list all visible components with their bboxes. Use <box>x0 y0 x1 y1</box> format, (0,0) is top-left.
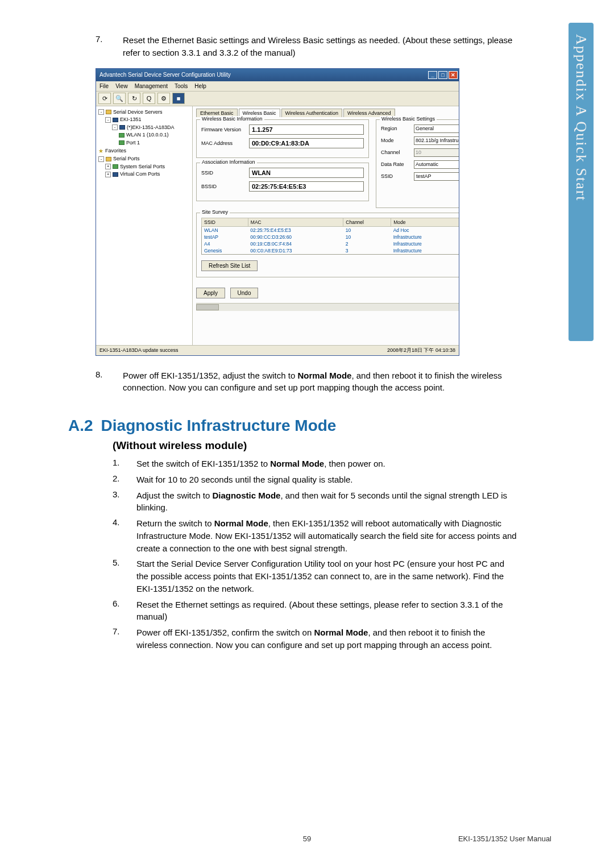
th-mode[interactable]: Mode <box>391 218 459 226</box>
table-row[interactable]: Genesis00:C0:A8:E9:D1:733Infrastructure-… <box>202 247 459 255</box>
collapse-icon[interactable]: - <box>112 124 118 130</box>
mode-label: Mode <box>381 138 410 143</box>
table-cell: 2 <box>343 240 391 247</box>
wbs-ssid-label: SSID <box>381 173 410 179</box>
wbs-ssid-input[interactable] <box>414 172 459 181</box>
page-number: 59 <box>303 834 311 843</box>
close-button[interactable]: ✕ <box>449 71 458 79</box>
device-tree[interactable]: -Serial Device Servers -EKI-1351 -(*)EKI… <box>96 106 193 345</box>
menu-file[interactable]: File <box>99 83 109 89</box>
step-num: 1. <box>113 458 136 470</box>
legend-wbi: Wireless Basic Information <box>200 116 264 122</box>
menu-tools[interactable]: Tools <box>175 83 188 89</box>
statusbar: EKI-1351-A183DA update success 2008年2月18… <box>96 345 459 355</box>
folder-icon <box>106 157 111 161</box>
step-text: Start the Serial Device Server Configura… <box>136 558 517 595</box>
mode-dropdown[interactable]: 802.11b/g Infrastructure▼ <box>414 136 459 145</box>
refresh-site-button[interactable]: Refresh Site List <box>201 260 258 271</box>
step-num: 5. <box>113 558 136 595</box>
toolbar-btn-3[interactable]: ↻ <box>128 93 140 104</box>
folder-icon <box>106 110 111 114</box>
rate-label: Data Rate <box>381 161 410 167</box>
expand-icon[interactable]: + <box>105 172 111 177</box>
table-cell: Infrastructure <box>391 240 459 247</box>
minimize-button[interactable]: _ <box>428 71 437 79</box>
table-cell: Ad Hoc <box>391 226 459 234</box>
app-title: Advantech Serial Device Server Configura… <box>99 72 231 78</box>
tree-favorites[interactable]: ★Favorites <box>97 147 191 155</box>
toolbar-btn-2[interactable]: 🔍 <box>113 93 126 104</box>
device-icon <box>119 125 125 130</box>
tab-wireless-auth[interactable]: Wireless Authentication <box>281 109 343 117</box>
tree-serial-ports[interactable]: -Serial Ports <box>97 155 191 163</box>
th-ssid[interactable]: SSID <box>202 218 248 226</box>
table-cell: 00:90:CC:D3:26:60 <box>248 234 343 240</box>
status-right: 2008年2月18日 下午 04:10:38 <box>387 347 455 354</box>
maximize-button[interactable]: □ <box>438 71 447 79</box>
table-cell: testAP <box>202 234 248 240</box>
tree-system-serial[interactable]: +System Serial Ports <box>97 163 191 171</box>
step-num: 6. <box>113 599 136 624</box>
step-num: 8. <box>96 369 123 394</box>
app-screenshot: Advantech Serial Device Server Configura… <box>96 68 517 356</box>
step-num: 7. <box>96 34 123 59</box>
region-dropdown[interactable]: General▼ <box>414 124 459 133</box>
apply-button[interactable]: Apply <box>196 288 225 298</box>
app-body: -Serial Device Servers -EKI-1351 -(*)EKI… <box>96 106 459 345</box>
tree-wlan[interactable]: WLAN 1 (10.0.0.1) <box>97 131 191 139</box>
tree-virtual-com[interactable]: +Virtual Com Ports <box>97 171 191 178</box>
toolbar: ⟳ 🔍 ↻ Q ⚙ ■ <box>96 92 459 106</box>
tree-root[interactable]: -Serial Device Servers <box>97 109 191 117</box>
table-cell: 02:25:75:E4:E5:E3 <box>248 226 343 234</box>
menu-help[interactable]: Help <box>194 83 206 89</box>
th-mac[interactable]: MAC <box>248 218 343 226</box>
table-cell: Infrastructure <box>391 234 459 240</box>
tree-port[interactable]: Port 1 <box>97 139 191 147</box>
fw-label: Firmware Version <box>201 127 246 132</box>
list-item: 1. Set the switch of EKI-1351/1352 to No… <box>113 458 517 470</box>
legend-assoc: Association Information <box>200 159 257 165</box>
section-number: A.2 <box>68 417 93 434</box>
toolbar-btn-4[interactable]: Q <box>143 93 155 104</box>
site-table[interactable]: SSID MAC Channel Mode WEP Signal WLAN02:… <box>201 218 459 255</box>
region-label: Region <box>381 126 410 131</box>
device-icon <box>113 118 118 122</box>
mac-label: MAC Address <box>201 140 246 146</box>
channel-dropdown: 10▼ <box>414 148 459 157</box>
toolbar-btn-6[interactable]: ■ <box>172 93 185 104</box>
channel-label: Channel <box>381 149 410 155</box>
list-item: 5. Start the Serial Device Server Config… <box>113 558 517 595</box>
toolbar-btn-1[interactable]: ⟳ <box>98 93 111 104</box>
collapse-icon[interactable]: - <box>98 156 104 162</box>
tree-model[interactable]: -EKI-1351 <box>97 116 191 124</box>
collapse-icon[interactable]: - <box>98 109 104 115</box>
table-row[interactable]: A400:19:CB:0C:F4:842InfrastructureEnable… <box>202 240 459 247</box>
fieldset-wbs: Wireless Basic Settings Region General▼ … <box>376 119 459 208</box>
horizontal-scrollbar[interactable]: ▶ <box>196 303 459 311</box>
port-icon <box>113 164 118 169</box>
rate-dropdown[interactable]: Automatic▼ <box>414 160 459 169</box>
step-text: Adjust the switch to Diagnostic Mode, an… <box>136 489 517 514</box>
menu-management[interactable]: Management <box>135 83 168 89</box>
list-item: 2. Wait for 10 to 20 seconds until the s… <box>113 474 517 486</box>
menu-view[interactable]: View <box>115 83 128 89</box>
th-channel[interactable]: Channel <box>343 218 391 226</box>
undo-button[interactable]: Undo <box>230 288 259 298</box>
table-cell: 10 <box>343 226 391 234</box>
legend-wbs: Wireless Basic Settings <box>380 116 437 122</box>
top-steps: 7. Reset the Ethernet Basic settings and… <box>96 34 517 59</box>
table-row[interactable]: testAP00:90:CC:D3:26:6010Infrastructure-… <box>202 234 459 240</box>
table-cell: 10 <box>343 234 391 240</box>
tree-device[interactable]: -(*)EKI-1351-A183DA <box>97 124 191 132</box>
page-footer: 59 EKI-1351/1352 User Manual <box>0 834 614 843</box>
footer-right: EKI-1351/1352 User Manual <box>458 834 551 843</box>
table-cell: 3 <box>343 247 391 255</box>
collapse-icon[interactable]: - <box>105 117 111 123</box>
step-num: 2. <box>113 474 136 486</box>
table-cell: 00:19:CB:0C:F4:84 <box>248 240 343 247</box>
expand-icon[interactable]: + <box>105 164 111 169</box>
toolbar-btn-5[interactable]: ⚙ <box>157 93 170 104</box>
table-row[interactable]: WLAN02:25:75:E4:E5:E310Ad Hoc-100% <box>202 226 459 234</box>
scrollbar-thumb[interactable] <box>196 304 219 310</box>
step-text: Reset the Ethernet Basic settings and Wi… <box>123 34 517 59</box>
